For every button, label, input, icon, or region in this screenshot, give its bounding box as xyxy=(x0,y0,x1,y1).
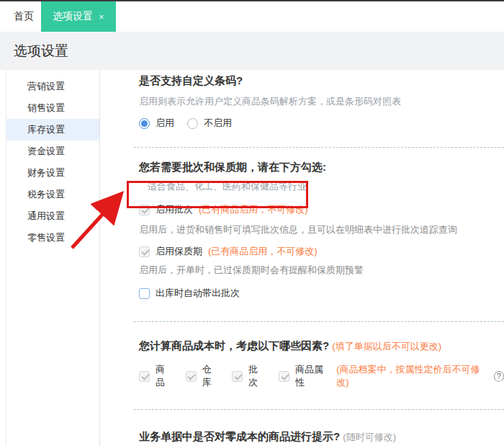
checkbox-checked-disabled-icon xyxy=(139,246,150,257)
barcode-enable-option[interactable]: 启用 xyxy=(139,117,174,130)
sidebar-item-retail[interactable]: 零售设置 xyxy=(6,227,99,249)
radio-unselected-icon[interactable] xyxy=(187,118,198,129)
auto-batch-label: 出库时自动带出批次 xyxy=(156,287,240,300)
barcode-disable-option[interactable]: 不启用 xyxy=(187,117,232,130)
cost-factors-row: 商品 仓库 批次 商品属性 (商品档案中，按属性定价后不可修改) ? xyxy=(139,363,504,389)
enable-shelf-life-row: 启用保质期 (已有商品启用，不可修改) xyxy=(139,245,504,258)
cost-section-heading: 您计算商品成本时，考虑以下哪些因素? (填了单据以后不可以更改) xyxy=(139,339,504,353)
section-divider xyxy=(134,321,504,322)
sidebar-item-funds[interactable]: 资金设置 xyxy=(6,141,99,162)
factor-attribute: 商品属性 (商品档案中，按属性定价后不可修改) ? xyxy=(279,363,504,389)
radio-selected-icon[interactable] xyxy=(139,118,150,129)
barcode-section-heading: 是否支持自定义条码? xyxy=(139,74,504,88)
tab-options-settings-label: 选项设置 xyxy=(53,10,93,23)
sidebar-item-sales[interactable]: 销售设置 xyxy=(6,97,99,119)
factor-warehouse: 仓库 xyxy=(186,363,220,389)
factor-batch-label: 批次 xyxy=(248,363,266,389)
checkbox-checked-disabled-icon xyxy=(186,371,197,382)
factor-attribute-note: (商品档案中，按属性定价后不可修改) xyxy=(336,363,484,389)
checkbox-checked-disabled-icon xyxy=(139,205,150,215)
enable-shelf-life-note: (已有商品启用，不可修改) xyxy=(208,245,318,258)
tab-options-settings[interactable]: 选项设置 × xyxy=(41,1,116,32)
factor-batch: 批次 xyxy=(232,363,266,389)
shelf-life-help-text: 启用后，开单时，已过保质期时会有提醒和保质期预警 xyxy=(139,264,504,277)
batch-help-text: 启用后，进货和销售时可填写批次信息，且可以在明细表中进行批次追踪查询 xyxy=(139,223,504,236)
checkbox-checked-disabled-icon xyxy=(232,371,243,382)
checkbox-checked-disabled-icon xyxy=(279,371,289,382)
cost-heading-text: 您计算商品成本时，考虑以下哪些因素? xyxy=(139,339,329,352)
enable-batch-note: (已有商品启用，不可修改) xyxy=(199,203,308,216)
tab-bar: 首页 选项设置 × xyxy=(0,1,504,32)
batch-section-description: 适合食品、化工、医药和保健品等行业 xyxy=(139,180,504,193)
title-band: 选项设置 xyxy=(0,32,504,70)
close-icon[interactable]: × xyxy=(99,12,104,22)
zero-cost-heading-note: (随时可修改) xyxy=(343,432,396,442)
tab-home[interactable]: 首页 xyxy=(6,1,41,32)
settings-sidebar: 营销设置 销售设置 库存设置 资金设置 财务设置 税务设置 通用设置 零售设置 xyxy=(6,70,100,446)
factor-warehouse-label: 仓库 xyxy=(202,363,220,389)
section-divider xyxy=(134,409,504,410)
sidebar-item-inventory[interactable]: 库存设置 xyxy=(6,119,99,141)
cost-heading-note: (填了单据以后不可以更改) xyxy=(332,341,441,352)
barcode-enable-label: 启用 xyxy=(156,117,174,130)
sidebar-item-tax[interactable]: 税务设置 xyxy=(6,184,99,205)
factor-product: 商品 xyxy=(139,363,173,389)
sidebar-item-general[interactable]: 通用设置 xyxy=(6,205,99,227)
main-panel: 营销设置 销售设置 库存设置 资金设置 财务设置 税务设置 通用设置 零售设置 … xyxy=(0,70,504,446)
zero-cost-section-heading: 业务单据中是否对零成本的商品进行提示? (随时可修改) xyxy=(139,430,504,444)
sidebar-item-marketing[interactable]: 营销设置 xyxy=(6,76,99,97)
zero-cost-heading-text: 业务单据中是否对零成本的商品进行提示? xyxy=(139,430,340,442)
enable-shelf-life-label: 启用保质期 xyxy=(156,245,202,258)
page-title: 选项设置 xyxy=(14,42,68,61)
settings-content: 是否支持自定义条码? 启用则表示允许用户定义商品条码解析方案，或是条形码对照表 … xyxy=(100,70,504,446)
barcode-disable-label: 不启用 xyxy=(204,117,232,130)
auto-batch-row[interactable]: 出库时自动带出批次 xyxy=(139,287,504,300)
factor-product-label: 商品 xyxy=(156,363,173,389)
enable-batch-label: 启用批次 xyxy=(156,203,193,216)
section-divider xyxy=(134,147,504,148)
enable-batch-row: 启用批次 (已有商品启用，不可修改) xyxy=(139,203,504,216)
checkbox-unchecked-icon[interactable] xyxy=(139,288,150,299)
sidebar-item-finance[interactable]: 财务设置 xyxy=(6,162,99,184)
barcode-section-description: 启用则表示允许用户定义商品条码解析方案，或是条形码对照表 xyxy=(139,95,504,108)
barcode-radio-group: 启用 不启用 xyxy=(139,117,504,130)
factor-attribute-label: 商品属性 xyxy=(295,363,330,389)
batch-section-heading: 您若需要批次和保质期，请在下方勾选: xyxy=(139,161,504,174)
question-mark-icon[interactable]: ? xyxy=(494,371,504,382)
checkbox-checked-disabled-icon xyxy=(139,371,150,382)
